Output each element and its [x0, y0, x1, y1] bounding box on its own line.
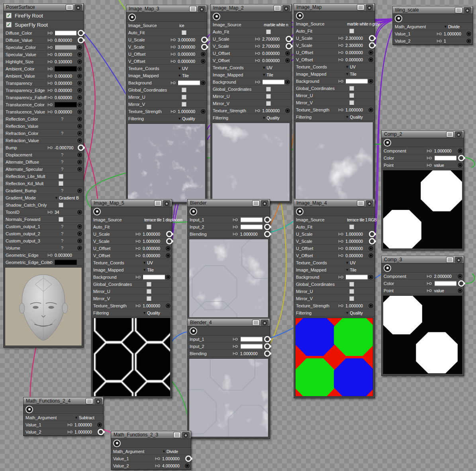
input-socket-Transparency[interactable] [77, 81, 82, 86]
input-socket-Volume[interactable] [77, 246, 82, 250]
animation-key-icon[interactable] [47, 253, 53, 257]
output-socket-icon[interactable] [25, 406, 33, 413]
color-swatch-Specular_Color[interactable] [55, 45, 77, 50]
value-Specular_Value[interactable]: 0.000000 [55, 52, 72, 57]
animation-key-icon[interactable] [47, 31, 53, 35]
input-socket-V_Offset[interactable] [368, 253, 373, 258]
connected-plug-U_Scale[interactable] [369, 231, 375, 237]
input-socket-Displacement[interactable] [77, 152, 82, 157]
value-U_Offset[interactable]: 0.000000 [345, 50, 363, 55]
animation-key-icon[interactable] [255, 37, 260, 41]
animation-key-icon[interactable] [135, 239, 141, 243]
connected-plug-Bump[interactable] [78, 145, 84, 151]
animation-key-icon[interactable] [338, 108, 343, 111]
animation-key-icon[interactable] [47, 81, 53, 85]
checkbox-Mirror_V[interactable] [349, 296, 354, 301]
input-socket-V_Offset[interactable] [166, 253, 170, 258]
color-swatch-Input_1[interactable] [240, 217, 263, 222]
connected-plug-Input_2[interactable] [264, 224, 270, 230]
dropdown-Texture_Coords[interactable]: ▼UV [262, 65, 272, 70]
value-U_Scale[interactable]: 2.700000 [262, 37, 280, 41]
value-V_Offset[interactable]: 0.000000 [262, 58, 280, 63]
dropdown-Math_Argument[interactable]: ▼Divide [444, 24, 460, 29]
checkbox-Mirror_U[interactable] [147, 289, 151, 294]
value-U_Offset[interactable]: 0.000000 [262, 51, 280, 56]
animation-key-icon[interactable] [170, 45, 176, 49]
connected-plug-Diffuse_Color[interactable] [78, 30, 84, 36]
value-U_Scale[interactable]: 3.000000 [178, 37, 195, 42]
checkbox-Reflection_Kd_Mult[interactable] [59, 181, 63, 186]
animation-key-icon[interactable] [47, 110, 53, 113]
animation-key-icon[interactable] [233, 218, 238, 221]
value-V_Scale[interactable]: 3.000000 [178, 45, 195, 49]
value-Ambient_Value[interactable]: 0.000000 [55, 74, 72, 78]
animation-key-icon[interactable] [255, 44, 260, 48]
preview-toggle-icon[interactable] [261, 320, 268, 326]
dropdown-Texture_Coords[interactable]: ▼UV [345, 64, 356, 69]
value-U_Offset[interactable]: 0.000000 [178, 52, 195, 57]
animation-key-icon[interactable] [170, 38, 176, 41]
menu-list-icon[interactable] [446, 131, 454, 137]
animation-key-icon[interactable] [47, 67, 53, 70]
input-socket-Translucence_Value[interactable] [77, 109, 82, 114]
animation-key-icon[interactable] [338, 36, 343, 40]
input-socket-V_Offset[interactable] [201, 59, 206, 64]
checkbox-firefly-root[interactable]: ✓ [6, 13, 12, 18]
input-socket-ToonID[interactable] [77, 210, 82, 215]
input-socket-Background[interactable] [201, 80, 206, 85]
node-header-tiling-scale[interactable]: tiling_scale [393, 6, 472, 14]
node-header-image-map-4[interactable]: Image_Map_4 [294, 199, 374, 207]
color-swatch-Background[interactable] [178, 80, 200, 85]
connected-plug-Color[interactable] [458, 155, 464, 161]
value-Value_2[interactable]: 1.000000 [74, 430, 92, 434]
output-socket-icon[interactable] [296, 208, 304, 215]
node-header-image-map-2[interactable]: Image_Map_2 [211, 4, 291, 12]
menu-list-icon[interactable] [86, 398, 93, 404]
color-swatch-Color[interactable] [434, 281, 457, 286]
animation-key-icon[interactable] [47, 38, 53, 42]
dropdown-Image_Mapped[interactable]: ▼Tile [178, 73, 188, 78]
animation-key-icon[interactable] [338, 79, 343, 83]
animation-key-icon[interactable] [47, 146, 53, 149]
input-socket-Refraction_Color[interactable] [77, 131, 82, 136]
animation-key-icon[interactable] [47, 96, 53, 99]
input-socket-Texture_Strength[interactable] [285, 108, 290, 113]
checkbox-Shadow_Catch_Only[interactable] [59, 203, 63, 207]
color-swatch-Ambient_Color[interactable] [55, 66, 77, 71]
color-swatch-Color[interactable] [434, 155, 457, 160]
animation-key-icon[interactable] [47, 88, 53, 92]
color-swatch-Background[interactable] [345, 78, 368, 84]
node-header-comp-3[interactable]: Comp_3 [382, 256, 464, 264]
connected-plug-V_Scale[interactable] [201, 44, 208, 50]
checkbox-Auto_Fit[interactable] [349, 29, 354, 33]
color-swatch-Input_2[interactable] [240, 224, 263, 229]
checkbox-Mirror_U[interactable] [266, 94, 271, 99]
value-Value_2[interactable]: 1 [444, 39, 446, 43]
checkbox-Global_Coordinates[interactable] [182, 88, 186, 92]
animation-key-icon[interactable] [233, 337, 238, 341]
connected-plug-Value_2[interactable] [98, 429, 104, 435]
value-Transparency_Falloff[interactable]: 0.600000 [55, 95, 72, 100]
menu-list-icon[interactable] [154, 200, 162, 206]
animation-key-icon[interactable] [338, 43, 343, 47]
animation-key-icon[interactable] [135, 304, 141, 307]
menu-list-icon[interactable] [252, 320, 260, 326]
checkbox-Mirror_V[interactable] [147, 296, 151, 301]
checkbox-Reflection_Lite_Mult[interactable] [59, 174, 63, 179]
color-swatch-Diffuse_Color[interactable] [55, 30, 77, 35]
value-Translucence_Value[interactable]: 0.000000 [55, 109, 72, 114]
checkbox-Mirror_U[interactable] [349, 93, 354, 98]
checkbox-Mirror_V[interactable] [266, 101, 271, 106]
input-socket-Texture_Strength[interactable] [368, 107, 373, 112]
checkbox-Global_Coordinates[interactable] [349, 282, 354, 287]
animation-key-icon[interactable] [170, 52, 176, 56]
animation-key-icon[interactable] [67, 430, 72, 434]
input-socket-Component[interactable] [458, 149, 462, 153]
connected-plug-Diffuse_Value[interactable] [78, 37, 84, 43]
dropdown-Texture_Coords[interactable]: ▼UV [345, 260, 356, 265]
checkbox-Mirror_V[interactable] [349, 100, 354, 105]
value-Transparency[interactable]: 0.000000 [55, 81, 72, 86]
animation-key-icon[interactable] [47, 74, 53, 78]
input-socket-Background[interactable] [166, 275, 170, 279]
animation-key-icon[interactable] [155, 457, 160, 460]
